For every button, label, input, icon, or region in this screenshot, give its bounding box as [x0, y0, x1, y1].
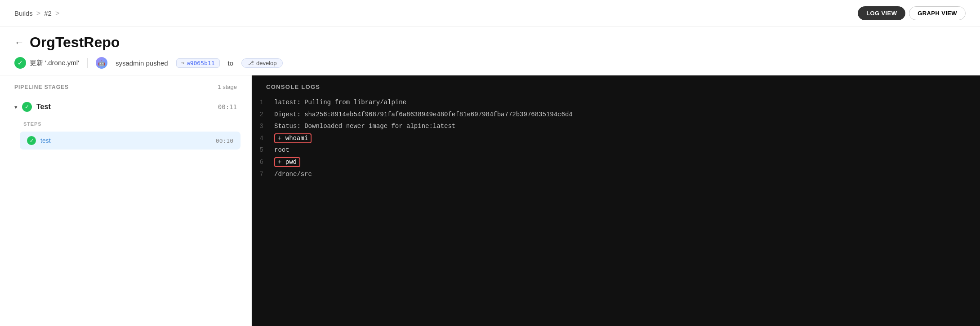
status-badge: ✓ 更新 '.drone.yml' — [14, 57, 79, 69]
log-lines: 1 latest: Pulling from library/alpine 2 … — [252, 97, 980, 187]
stage-check-icon: ✓ — [22, 102, 32, 112]
line-num-1: 1 — [252, 97, 274, 109]
steps-label: STEPS — [23, 121, 41, 127]
step-time: 00:10 — [216, 137, 233, 144]
log-line: 5 root — [252, 144, 980, 156]
meta-divider — [87, 58, 88, 68]
line-content-1: latest: Pulling from library/alpine — [274, 97, 980, 109]
commit-hash-value: a9065b11 — [187, 60, 215, 66]
log-line: 3 Status: Downloaded newer image for alp… — [252, 120, 980, 132]
page-header: ← OrgTestRepo ✓ 更新 '.drone.yml' 🤖 sysadm… — [0, 27, 980, 75]
line-num-2: 2 — [252, 109, 274, 121]
stage-chevron-icon: ▾ — [14, 104, 18, 110]
page-title-row: ← OrgTestRepo — [14, 34, 966, 51]
top-nav: Builds > #2 > LOG VIEW GRAPH VIEW — [0, 0, 980, 27]
stage-time: 00:11 — [218, 103, 237, 110]
line-num-5: 5 — [252, 144, 274, 156]
log-line: 1 latest: Pulling from library/alpine — [252, 97, 980, 109]
branch-name: develop — [256, 60, 277, 66]
stage-item[interactable]: ▾ ✓ Test 00:11 — [0, 97, 251, 117]
back-button[interactable]: ← — [14, 37, 24, 48]
breadcrumb: Builds > #2 > — [14, 9, 59, 18]
avatar: 🤖 — [96, 57, 107, 69]
pipeline-stages-header: PIPELINE STAGES 1 stage — [0, 75, 251, 97]
main-content: PIPELINE STAGES 1 stage ▾ ✓ Test 00:11 S… — [0, 75, 980, 326]
commit-icon: ⊸ — [181, 60, 184, 66]
cmd-highlight-whoami: + whoami — [274, 133, 312, 143]
log-line: 7 /drone/src — [252, 168, 980, 181]
line-content-5: root — [274, 144, 980, 156]
pipeline-stages-label: PIPELINE STAGES — [14, 84, 69, 90]
line-content-2: Digest: sha256:8914eb54f968791faf6a86389… — [274, 109, 980, 121]
line-num-3: 3 — [252, 120, 274, 132]
status-check-icon: ✓ — [14, 57, 26, 69]
line-num-6: 6 — [252, 156, 274, 168]
builds-link[interactable]: Builds — [14, 9, 33, 17]
cmd-highlight-pwd: + pwd — [274, 157, 300, 167]
step-check-icon: ✓ — [27, 136, 36, 145]
breadcrumb-sep1: > — [36, 9, 40, 18]
step-name: test — [40, 137, 211, 144]
branch-separator: to — [228, 59, 234, 67]
branch-icon: ⎇ — [247, 60, 254, 66]
graph-view-button[interactable]: GRAPH VIEW — [909, 6, 966, 20]
console-header: CONSOLE LOGS — [252, 75, 980, 97]
log-view-button[interactable]: LOG VIEW — [858, 6, 905, 20]
commit-message: 更新 '.drone.yml' — [30, 59, 79, 67]
actor-label: sysadmin pushed — [116, 59, 168, 67]
line-content-4: + whoami — [274, 132, 980, 145]
line-num-7: 7 — [252, 168, 274, 181]
log-line: 4 + whoami — [252, 132, 980, 145]
branch-badge[interactable]: ⎇ develop — [241, 58, 283, 68]
breadcrumb-sep2: > — [55, 9, 59, 18]
stage-count: 1 stage — [218, 84, 237, 90]
steps-header: STEPS — [0, 117, 251, 130]
left-panel: PIPELINE STAGES 1 stage ▾ ✓ Test 00:11 S… — [0, 75, 252, 326]
page-title: OrgTestRepo — [30, 34, 120, 51]
line-content-3: Status: Downloaded newer image for alpin… — [274, 120, 980, 132]
view-buttons: LOG VIEW GRAPH VIEW — [858, 6, 966, 20]
log-line: 2 Digest: sha256:8914eb54f968791faf6a863… — [252, 109, 980, 121]
line-content-6: + pwd — [274, 156, 980, 168]
meta-row: ✓ 更新 '.drone.yml' 🤖 sysadmin pushed ⊸ a9… — [14, 57, 966, 69]
build-num-link[interactable]: #2 — [44, 9, 52, 17]
step-item[interactable]: ✓ test 00:10 — [20, 132, 241, 150]
console-panel: CONSOLE LOGS 1 latest: Pulling from libr… — [252, 75, 980, 326]
log-line: 6 + pwd — [252, 156, 980, 168]
line-content-7: /drone/src — [274, 168, 980, 181]
stage-name: Test — [36, 103, 214, 111]
line-num-4: 4 — [252, 132, 274, 145]
commit-hash-badge[interactable]: ⊸ a9065b11 — [176, 58, 220, 68]
